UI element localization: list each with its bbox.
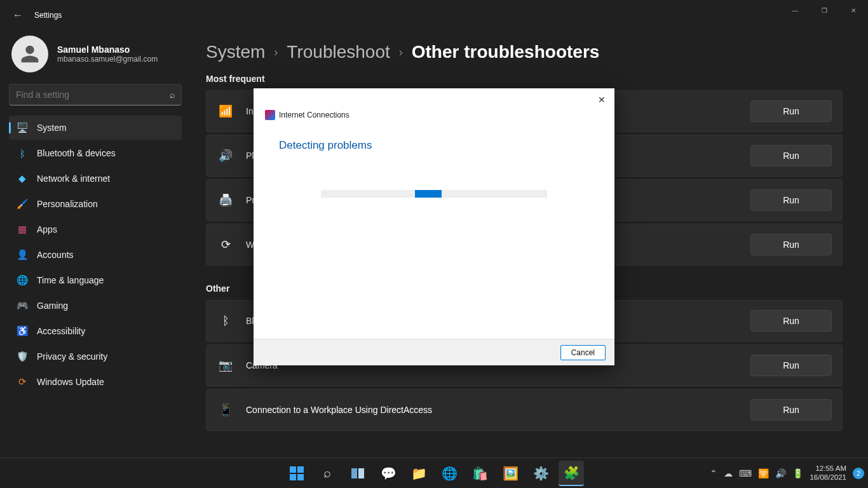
sidebar-item-personalization[interactable]: 🖌️Personalization — [9, 192, 182, 216]
minimize-button[interactable]: — — [780, 0, 810, 20]
store-icon[interactable]: 🛍️ — [467, 461, 492, 486]
close-button[interactable]: ✕ — [839, 0, 868, 20]
taskbar-right: ⌃☁⌨🛜🔊🔋 12:55 AM 16/08/2021 2 — [710, 464, 864, 481]
svg-rect-2 — [290, 474, 296, 480]
profile-name: Samuel Mbanaso — [57, 44, 158, 55]
sidebar-item-time-language[interactable]: 🌐Time & language — [9, 268, 182, 292]
troubleshooter-icon: 📷 — [217, 358, 234, 372]
run-button[interactable]: Run — [750, 234, 832, 255]
profile-email: mbanaso.samuel@gmail.com — [57, 55, 158, 64]
nav-icon: ᛒ — [17, 147, 28, 159]
nav-label: Bluetooth & devices — [37, 148, 116, 158]
task-view-icon[interactable] — [345, 461, 370, 486]
search-taskbar-icon[interactable]: ⌕ — [315, 461, 340, 486]
sidebar-item-bluetooth-devices[interactable]: ᛒBluetooth & devices — [9, 141, 182, 165]
breadcrumb-troubleshoot[interactable]: Troubleshoot — [287, 42, 390, 62]
svg-rect-5 — [358, 468, 364, 478]
troubleshooter-taskbar-icon[interactable]: 🧩 — [559, 461, 584, 486]
troubleshooter-row[interactable]: 📱Connection to a Workplace Using DirectA… — [206, 389, 843, 431]
dialog-header: ✕ Internet Connections — [254, 88, 614, 121]
troubleshooter-icon: 🖨️ — [217, 193, 234, 207]
nav-icon: 🛡️ — [17, 351, 28, 362]
edge-icon[interactable]: 🌐 — [437, 461, 462, 486]
svg-rect-4 — [351, 468, 357, 478]
back-button[interactable]: ← — [5, 3, 31, 28]
cancel-button[interactable]: Cancel — [560, 345, 606, 360]
taskbar: ⌕ 💬 📁 🌐 🛍️ 🖼️ ⚙️ 🧩 ⌃☁⌨🛜🔊🔋 12:55 AM 16/08… — [0, 458, 868, 488]
nav-list: 🖥️SystemᛒBluetooth & devices◆Network & i… — [9, 116, 182, 394]
svg-rect-1 — [297, 466, 304, 473]
nav-label: Gaming — [37, 301, 68, 311]
nav-label: Windows Update — [37, 377, 104, 387]
chevron-right-icon: › — [274, 46, 278, 59]
nav-icon: ◆ — [17, 173, 28, 184]
file-explorer-icon[interactable]: 📁 — [406, 461, 431, 486]
troubleshooter-icon: 📶 — [217, 104, 234, 118]
profile-block[interactable]: Samuel Mbanaso mbanaso.samuel@gmail.com — [9, 36, 182, 72]
troubleshooter-icon: 📱 — [217, 403, 234, 417]
run-button[interactable]: Run — [750, 189, 832, 211]
sidebar: Samuel Mbanaso mbanaso.samuel@gmail.com … — [0, 30, 191, 458]
tray-icon[interactable]: 🛜 — [758, 468, 769, 478]
dialog-footer: Cancel — [254, 339, 614, 365]
run-button[interactable]: Run — [750, 355, 832, 376]
run-button[interactable]: Run — [750, 310, 832, 332]
chat-icon[interactable]: 💬 — [376, 461, 401, 486]
nav-icon: ♿ — [17, 325, 28, 337]
dialog-title: Internet Connections — [279, 111, 349, 119]
taskbar-clock[interactable]: 12:55 AM 16/08/2021 — [810, 464, 846, 481]
sidebar-item-network-internet[interactable]: ◆Network & internet — [9, 166, 182, 191]
troubleshooter-label: Connection to a Workplace Using DirectAc… — [246, 405, 750, 415]
troubleshooter-icon: ⟳ — [217, 238, 234, 252]
dialog-close-button[interactable]: ✕ — [594, 92, 609, 107]
sidebar-item-accessibility[interactable]: ♿Accessibility — [9, 319, 182, 343]
progress-indicator — [415, 190, 442, 198]
sidebar-item-privacy-security[interactable]: 🛡️Privacy & security — [9, 344, 182, 369]
taskbar-center: ⌕ 💬 📁 🌐 🛍️ 🖼️ ⚙️ 🧩 — [284, 461, 584, 486]
window-title: Settings — [34, 11, 62, 20]
nav-label: System — [37, 123, 67, 133]
clock-time: 12:55 AM — [810, 464, 846, 473]
tray-icon[interactable]: 🔋 — [792, 468, 803, 478]
sidebar-item-accounts[interactable]: 👤Accounts — [9, 243, 182, 267]
settings-icon[interactable]: ⚙️ — [528, 461, 553, 486]
chevron-right-icon: › — [399, 46, 403, 59]
section-title-frequent: Most frequent — [206, 74, 843, 84]
troubleshooter-icon: 🔊 — [217, 149, 234, 163]
sidebar-item-system[interactable]: 🖥️System — [9, 116, 182, 140]
progress-bar — [321, 190, 547, 198]
avatar — [11, 36, 48, 72]
nav-icon: ⟳ — [17, 376, 28, 388]
troubleshooter-dialog: ✕ Internet Connections Detecting problem… — [254, 88, 614, 365]
tray-icon[interactable]: ☁ — [724, 468, 733, 478]
sidebar-item-gaming[interactable]: 🎮Gaming — [9, 294, 182, 318]
sidebar-item-apps[interactable]: ▦Apps — [9, 217, 182, 241]
breadcrumb-system[interactable]: System — [206, 42, 265, 62]
dialog-status: Detecting problems — [279, 139, 589, 152]
run-button[interactable]: Run — [750, 399, 832, 421]
dialog-body: Detecting problems — [254, 121, 614, 339]
nav-label: Network & internet — [37, 173, 110, 184]
notification-badge[interactable]: 2 — [853, 468, 864, 479]
tray-icon[interactable]: ⌨ — [739, 468, 752, 478]
photos-icon[interactable]: 🖼️ — [498, 461, 523, 486]
breadcrumb-current: Other troubleshooters — [412, 42, 600, 62]
nav-label: Apps — [37, 224, 57, 234]
run-button[interactable]: Run — [750, 145, 832, 166]
nav-icon: ▦ — [17, 224, 28, 235]
sidebar-item-windows-update[interactable]: ⟳Windows Update — [9, 370, 182, 394]
run-button[interactable]: Run — [750, 100, 832, 122]
start-button[interactable] — [284, 461, 309, 486]
search-box[interactable]: ⌕ — [9, 84, 182, 105]
maximize-button[interactable]: ❐ — [810, 0, 839, 20]
search-icon: ⌕ — [170, 90, 175, 100]
search-input[interactable] — [16, 90, 170, 100]
nav-icon: 👤 — [17, 249, 28, 261]
window-controls: — ❐ ✕ — [780, 0, 868, 20]
nav-label: Accounts — [37, 250, 74, 260]
nav-label: Time & language — [37, 275, 104, 285]
tray-icon[interactable]: ⌃ — [710, 468, 717, 478]
svg-rect-0 — [290, 466, 296, 473]
tray-icon[interactable]: 🔊 — [775, 468, 786, 478]
system-tray[interactable]: ⌃☁⌨🛜🔊🔋 — [710, 468, 803, 478]
